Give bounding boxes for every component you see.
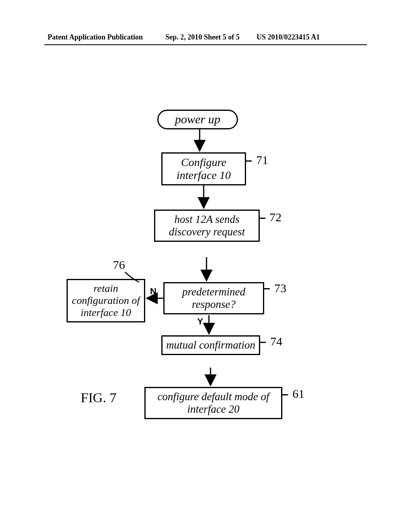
block-71-configure-interface: Configure interface 10	[161, 152, 246, 185]
header-right: US 2010/0223415 A1	[257, 33, 320, 42]
figure-label: FIG. 7	[81, 390, 117, 405]
block-61-configure-default-mode: configure default mode of interface 20	[144, 387, 282, 419]
branch-no-label: N	[150, 286, 156, 297]
ref-61: 61	[292, 387, 305, 401]
ref-72: 72	[269, 210, 282, 224]
block-76-retain-configuration: retain configuration of interface 10	[67, 279, 145, 322]
header-mid: Sep. 2, 2010 Sheet 5 of 5	[165, 33, 240, 42]
block-74-mutual-confirmation: mutual confirmation	[161, 335, 260, 355]
block-72-discovery-request: host 12A sends discovery request	[154, 210, 260, 242]
block-73-predetermined-response: predetermined response?	[163, 282, 264, 314]
branch-yes-label: Y	[197, 316, 203, 327]
ref-76: 76	[113, 258, 125, 272]
header-rule	[44, 44, 367, 45]
ref-73: 73	[274, 281, 286, 295]
header-left: Patent Application Publication	[48, 33, 143, 42]
ref-71: 71	[256, 153, 268, 167]
start-node: power up	[157, 110, 238, 129]
flow-arrows	[0, 0, 413, 532]
ref-74: 74	[270, 335, 282, 348]
